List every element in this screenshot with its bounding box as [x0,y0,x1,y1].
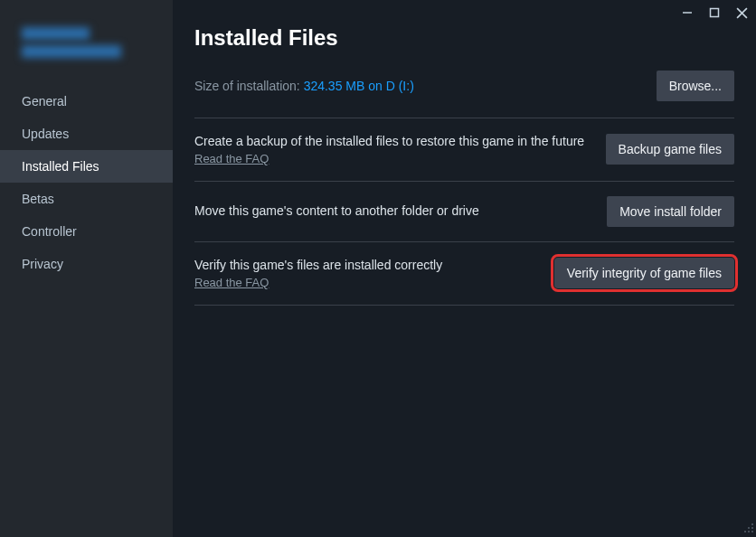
backup-row: Create a backup of the installed files t… [194,118,734,181]
verify-button[interactable]: Verify integrity of game files [554,258,734,288]
move-button[interactable]: Move install folder [607,196,734,227]
page-title: Installed Files [194,25,734,51]
sidebar-item-privacy[interactable]: Privacy [0,248,173,280]
backup-title: Create a backup of the installed files t… [194,133,591,150]
main-panel: Installed Files Size of installation: 32… [173,0,756,537]
game-title [0,0,173,81]
size-row: Size of installation: 324.35 MB on D (I:… [194,71,734,101]
svg-point-6 [751,527,753,529]
sidebar-item-label: Installed Files [22,159,99,174]
sidebar-item-label: General [22,94,67,108]
size-label: Size of installation: 324.35 MB on D (I:… [194,79,414,93]
resize-grip-icon[interactable] [743,523,754,535]
svg-point-9 [751,531,753,532]
sidebar-item-label: Privacy [22,257,63,271]
sidebar-item-label: Updates [22,127,69,141]
size-value: 324.35 MB on D (I:) [304,79,414,93]
sidebar-item-general[interactable]: General [0,85,173,118]
sidebar-item-betas[interactable]: Betas [0,183,173,215]
sidebar-item-label: Controller [22,224,77,239]
sidebar-item-label: Betas [22,192,54,206]
verify-faq-link[interactable]: Read the FAQ [194,276,269,289]
sidebar-item-installed-files[interactable]: Installed Files [0,150,173,183]
verify-title: Verify this game's files are installed c… [194,257,540,274]
move-title: Move this game's content to another fold… [194,203,592,220]
sidebar-item-updates[interactable]: Updates [0,118,173,150]
svg-point-8 [748,531,750,532]
move-row: Move this game's content to another fold… [194,181,734,241]
browse-button[interactable]: Browse... [657,71,734,101]
svg-point-7 [744,531,746,532]
svg-point-5 [748,527,750,529]
backup-faq-link[interactable]: Read the FAQ [194,152,269,165]
verify-row: Verify this game's files are installed c… [194,241,734,305]
sidebar: General Updates Installed Files Betas Co… [0,0,173,537]
backup-button[interactable]: Backup game files [606,134,734,165]
sidebar-item-controller[interactable]: Controller [0,215,173,248]
svg-point-4 [751,523,753,525]
